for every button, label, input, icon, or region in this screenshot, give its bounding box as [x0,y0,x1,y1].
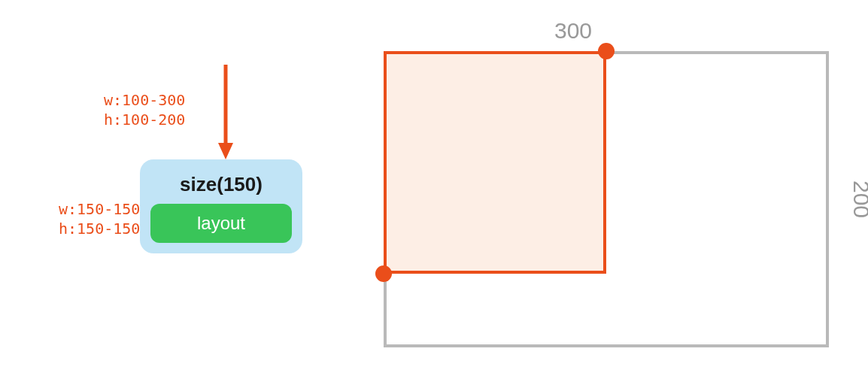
outgoing-constraints-label: w:150-150 h:150-150 [59,199,140,238]
handle-dot-icon [598,43,615,59]
svg-marker-1 [218,143,233,159]
outgoing-width-text: w:150-150 [59,199,140,219]
width-label: 300 [554,18,592,44]
handle-dot-icon [375,265,392,282]
resolved-size-box [384,51,606,274]
incoming-constraints-label: w:100-300 h:100-200 [104,90,185,129]
incoming-height-text: h:100-200 [104,110,185,129]
node-title: size(150) [150,170,292,204]
incoming-width-text: w:100-300 [104,90,185,110]
height-label: 200 [848,180,868,218]
outgoing-height-text: h:150-150 [59,219,140,238]
node-child-pill: layout [150,204,292,243]
size-modifier-node: size(150) layout [140,159,302,253]
arrow-down-icon [217,65,235,159]
layout-constraints-diagram: w:100-300 h:100-200 w:150-150 h:150-150 … [0,0,868,388]
